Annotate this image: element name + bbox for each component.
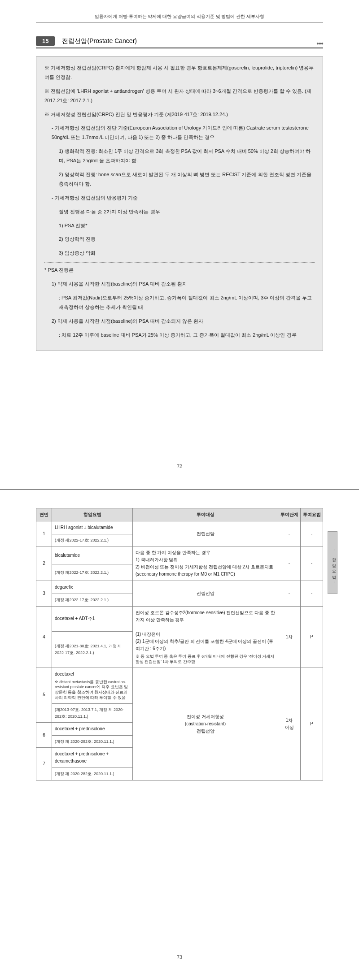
- revision: (개정 제 2020-282호: 2020.11.1.): [52, 768, 133, 780]
- table-row: 3 degarelix 전립선암 - -: [36, 581, 323, 594]
- diag-1: 1) 생화학적 진행: 최소한 1주 이상 간격으로 3회 측정한 PSA 값이…: [44, 147, 315, 165]
- revision: (제2013-97호: 2013.7.1, 개정 제 2020-282호: 20…: [52, 704, 133, 723]
- table-row: 2 bicalutamide 다음 중 한 가지 이상을 만족하는 경우 1) …: [36, 546, 323, 564]
- method: -: [301, 521, 323, 546]
- method: -: [301, 581, 323, 606]
- psa-2: 2) 약제 사용을 시작한 시점(baseline)의 PSA 대비 감소되지 …: [44, 317, 315, 326]
- row-num: 6: [36, 722, 52, 747]
- section-title: 전립선암(Prostate Cancer): [62, 37, 136, 45]
- note-3-head: ※ 거세저항성 전립선암(CRPC) 진단 및 반응평가 기준 (제2019-4…: [44, 110, 315, 119]
- psa-1a: : PSA 최저값(Nadir)으로부터 25%이상 증가하고, 증가폭이 절대…: [44, 293, 315, 312]
- th-drug: 항암요법: [52, 508, 133, 521]
- note-1: ※ 거세저항성 전립선암(CRPC) 환자에게 항암제 사용 시 필요한 경우 …: [44, 63, 315, 82]
- section-number: 15: [36, 36, 55, 46]
- psa-head: * PSA 진행은: [44, 265, 315, 275]
- revision: (개정 제2022-17호: 2022.2.1.): [52, 594, 133, 606]
- note-2: ※ 전립선암에 'LHRH agonist + antiandrogen' 병용…: [44, 87, 315, 105]
- method: P: [301, 668, 323, 780]
- drug-name: LHRH agonist ± bicalutamide: [52, 521, 133, 534]
- revision: (개정 제2022-17호: 2022.2.1.): [52, 534, 133, 546]
- revision: (개정 제2022-17호: 2022.2.1.): [52, 564, 133, 581]
- th-method: 투여요법: [301, 508, 323, 521]
- section-header: 15 전립선암(Prostate Cancer) ●●●: [36, 36, 323, 48]
- revision: (개정 제 2020-282호: 2020.11.1.): [52, 735, 133, 747]
- stage: -: [278, 581, 301, 606]
- response-criteria: - 거세저항성 전립선암의 반응평가 기준: [44, 193, 315, 203]
- row-num: 3: [36, 581, 52, 606]
- diag-criteria: - 거세저항성 전립선암의 진단 기준(European Association…: [44, 123, 315, 142]
- drug-name: bicalutamide: [52, 546, 133, 564]
- drug-name: docetaxel + ADT주1: [52, 606, 133, 631]
- stage: 1차: [278, 606, 301, 668]
- revision: (개정 제2021-88호: 2021.4.1, 개정 제2022-17호: 2…: [52, 631, 133, 668]
- target: 전립선암: [133, 521, 278, 546]
- table-row: 5 docetaxel ※ distant metastasis를 동반한 ca…: [36, 668, 323, 704]
- row-num: 5: [36, 668, 52, 722]
- method: -: [301, 546, 323, 581]
- target-note: ※ 동 요법 투여 중 혹은 투여 종료 후 6개월 이내에 진행된 경우 '전…: [136, 654, 275, 665]
- target-text: 전이성 호르몬 감수성주2(hormone-sensitive) 전립선암으로 …: [136, 609, 275, 652]
- row-num: 7: [36, 748, 52, 780]
- diag-2: 2) 영상학적 진행: bone scan으로 새로이 발견된 두 개 이상의 …: [44, 170, 315, 189]
- table-row: 4 docetaxel + ADT주1 전이성 호르몬 감수성주2(hormon…: [36, 606, 323, 631]
- therapy-table: 연번 항암요법 투여대상 투여단계 투여요법 1 LHRH agonist ± …: [36, 508, 323, 781]
- drug-text: docetaxel: [55, 671, 130, 678]
- target: 다음 중 한 가지 이상을 만족하는 경우 1) 국내허가사항 범위 2) 비전…: [133, 546, 278, 581]
- row-num: 1: [36, 521, 52, 546]
- criteria-box: ※ 거세저항성 전립선암(CRPC) 환자에게 항암제 사용 시 필요한 경우 …: [36, 56, 323, 351]
- row-num: 2: [36, 546, 52, 581]
- page-header: 암환자에게 처방·투여하는 약제에 대한 요양급여의 적용기준 및 방법에 관한…: [36, 13, 323, 23]
- decorative-dots: ●●●: [316, 41, 323, 46]
- method: P: [301, 606, 323, 668]
- stage: 1차 이상: [278, 668, 301, 780]
- table-row: 1 LHRH agonist ± bicalutamide 전립선암 - -: [36, 521, 323, 534]
- th-num: 연번: [36, 508, 52, 521]
- response-1: 1) PSA 진행*: [44, 221, 315, 230]
- target: 전이성 거세저항성 (castration-resistant) 전립선암: [133, 668, 278, 780]
- th-target: 투여대상: [133, 508, 278, 521]
- drug-name: degarelix: [52, 581, 133, 594]
- drug-name: docetaxel + prednisolone + dexamethasone: [52, 748, 133, 768]
- stage: -: [278, 521, 301, 546]
- divider: [44, 262, 315, 263]
- page-number-1: 72: [0, 464, 359, 469]
- response-3: 3) 임상증상 악화: [44, 248, 315, 258]
- response-2: 2) 영상학적 진행: [44, 234, 315, 244]
- drug-name: docetaxel + prednisolone: [52, 722, 133, 735]
- response-desc: 질병 진행은 다음 중 2가지 이상 만족하는 경우: [44, 207, 315, 217]
- th-stage: 투여단계: [278, 508, 301, 521]
- target: 전립선암: [133, 581, 278, 606]
- row-num: 4: [36, 606, 52, 668]
- drug-name: docetaxel ※ distant metastasis를 동반한 cast…: [52, 668, 133, 704]
- side-tab: - 항암요법 -: [328, 531, 337, 594]
- page-number-2: 73: [0, 954, 359, 960]
- stage: -: [278, 546, 301, 581]
- target: 전이성 호르몬 감수성주2(hormone-sensitive) 전립선암으로 …: [133, 606, 278, 668]
- psa-1: 1) 약제 사용을 시작한 시점(baseline)의 PSA 대비 감소된 환…: [44, 279, 315, 289]
- psa-2a: : 치료 12주 이후에 baseline 대비 PSA가 25% 이상 증가하…: [44, 330, 315, 340]
- drug-note: ※ distant metastasis를 동반한 castration-res…: [55, 680, 130, 701]
